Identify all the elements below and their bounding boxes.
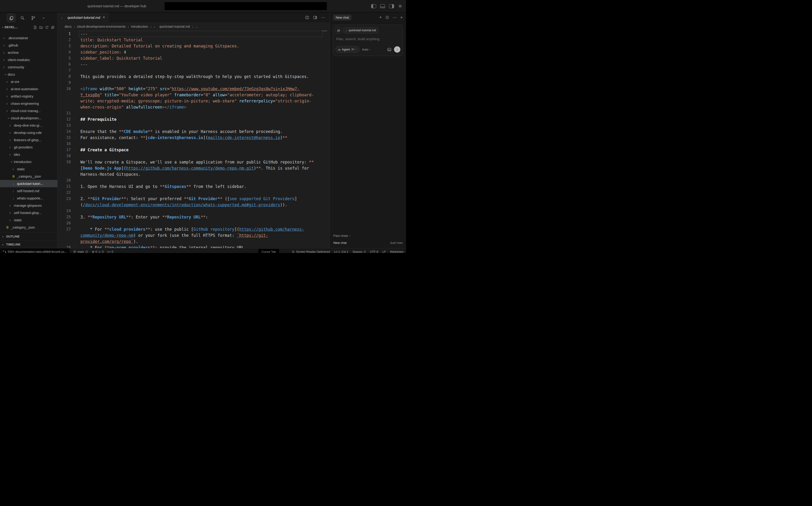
line-number[interactable]: 20 (58, 177, 71, 183)
tree-item-self-hosted-gitsp[interactable]: ›self-hosted-gitsp... (0, 209, 57, 216)
code-line-9[interactable]: 9 (58, 80, 329, 86)
problems-status[interactable]: ⊗ 0 ⚠ 0 (92, 250, 104, 253)
line-number[interactable]: 14 (58, 129, 71, 135)
code-line-4[interactable]: 4sidebar_position: 4 (58, 49, 329, 55)
line-number[interactable]: 8 (58, 74, 71, 80)
chat-input-box[interactable]: @ ↓ quickstart-tutorial.md Plan, search,… (333, 25, 403, 56)
breadcrumb-item-introduction[interactable]: introduction (131, 25, 148, 28)
code-line-21[interactable]: 211. Open the Harness UI and go to **Git… (58, 183, 329, 189)
toggle-panel-icon[interactable] (380, 4, 385, 8)
line-number[interactable]: 24 (58, 208, 71, 214)
settings-gear-icon[interactable] (398, 4, 402, 8)
code-line-20[interactable]: 20 (58, 177, 329, 183)
code-line-15[interactable]: 15For assistance, contact: **[cde-intere… (58, 135, 329, 141)
tree-item-archive[interactable]: ›archive (0, 49, 57, 56)
line-number[interactable]: 5 (58, 55, 71, 61)
line-number[interactable]: 2 (58, 37, 71, 43)
tree-item-github[interactable]: ›.github (0, 41, 57, 49)
model-selector[interactable]: Auto › (362, 48, 370, 51)
line-number[interactable]: 26 (58, 220, 71, 226)
code-line-22[interactable]: 22 (58, 189, 329, 196)
tree-item-community[interactable]: ›community (0, 64, 57, 71)
tree-item-whats-supporte[interactable]: ↓whats-supporte... (0, 194, 57, 202)
code-line-26[interactable]: 26 (58, 220, 329, 226)
line-number[interactable]: 13 (58, 122, 71, 129)
code-line-1[interactable]: 1--- (58, 31, 329, 37)
toggle-primary-sidebar-icon[interactable] (371, 4, 376, 8)
tree-item-manage-gitspaces[interactable]: ›manage-gitspaces (0, 202, 57, 209)
tree-item-deep-dive-into-gi[interactable]: ›deep-dive-into-gi... (0, 122, 57, 129)
code-line-17[interactable]: 17## Create a Gitspace (58, 147, 329, 153)
search-icon[interactable] (18, 14, 26, 22)
attach-image-icon[interactable] (387, 48, 391, 52)
code-line-11[interactable]: 11 (58, 110, 329, 116)
explorer-icon[interactable] (7, 14, 15, 22)
tree-item-quickstart-tutori[interactable]: ↓quickstart-tutori... (0, 180, 57, 187)
layout-icon[interactable] (313, 15, 317, 19)
past-chats-toggle[interactable]: Past chats › (334, 234, 402, 238)
eol-status[interactable]: LF (382, 250, 386, 253)
outline-section[interactable]: › OUTLINE (0, 232, 57, 240)
chat-close-icon[interactable]: × (400, 15, 403, 19)
line-number[interactable]: 17 (58, 147, 71, 153)
refresh-icon[interactable] (45, 26, 49, 29)
more-views-chevron-icon[interactable]: › (40, 14, 48, 22)
line-number[interactable]: 9 (58, 80, 71, 86)
cursor-tab-status[interactable]: Cursor Tab (259, 249, 279, 253)
code-line-2[interactable]: 2title: Quickstart Tutorial (58, 37, 329, 43)
code-line-10[interactable]: 10<iframe width="500" height="275" src="… (58, 86, 329, 110)
source-control-icon[interactable] (29, 14, 37, 22)
tree-item-static[interactable]: ›static (0, 165, 57, 173)
tree-item-introduction[interactable]: ›introduction (0, 158, 57, 165)
tab-close-icon[interactable]: × (103, 15, 105, 19)
send-button[interactable]: ↑ (394, 46, 400, 53)
screen-reader-status[interactable]: Screen Reader Optimized (292, 250, 330, 253)
code-line-5[interactable]: 5sidebar_label: Quickstart Tutorial (58, 55, 329, 61)
tree-item-artifact-registry[interactable]: ›artifact-registry (0, 93, 57, 100)
past-chat-item[interactable]: New chat Just now (334, 241, 402, 245)
breadcrumb-item-quickstart-tutorial-md[interactable]: ↓quickstart-tutorial.md (153, 25, 190, 28)
code-line-28[interactable]: 28 * For **on-prem providers**: provide … (58, 245, 329, 248)
code-line-3[interactable]: 3description: Detailed Tutorial on creat… (58, 43, 329, 49)
context-file-chip[interactable]: ↓ quickstart-tutorial.md (343, 27, 378, 33)
encoding-status[interactable]: UTF-8 (370, 250, 378, 253)
breadcrumb-item-[interactable]: ... (195, 25, 198, 28)
tree-item-features-of-gitsp[interactable]: ›features-of-gitsp... (0, 136, 57, 144)
code-line-7[interactable]: 7 (58, 67, 329, 74)
remote-indicator[interactable]: SSH: documentation-repo-e5ifp9-8rzze4.us… (0, 248, 70, 253)
line-number[interactable]: 18 (58, 153, 71, 159)
tree-item-self-hosted-md[interactable]: ↓self-hosted.md (0, 187, 57, 194)
code-line-6[interactable]: 6--- (58, 61, 329, 67)
new-folder-icon[interactable] (39, 26, 43, 29)
code-line-14[interactable]: 14Ensure that the **CDE module** is enab… (58, 129, 329, 135)
tree-item-cloud-developmen[interactable]: ›cloud-developmen... (0, 114, 57, 122)
new-chat-icon[interactable]: + (379, 15, 382, 19)
code-line-12[interactable]: 12## Prerequisite (58, 116, 329, 122)
code-line-27[interactable]: 27 * For **cloud providers**: use the pu… (58, 226, 329, 245)
tree-item-git-providers[interactable]: ›git-providers (0, 144, 57, 151)
git-branch-status[interactable]: main (73, 250, 88, 253)
timeline-section[interactable]: › TIMELINE (0, 240, 57, 248)
line-number[interactable]: 15 (58, 135, 71, 141)
editor-lines[interactable]: 1---2title: Quickstart Tutorial3descript… (58, 31, 329, 248)
add-context-button[interactable]: @ (336, 27, 342, 33)
line-number[interactable]: 21 (58, 183, 71, 189)
code-line-13[interactable]: 13 (58, 122, 329, 129)
split-editor-icon[interactable] (305, 15, 309, 19)
line-number[interactable]: 23 (58, 196, 71, 208)
line-number[interactable]: 28 (58, 245, 71, 248)
tree-item-chaos-engineering[interactable]: ›chaos-engineering (0, 100, 57, 107)
line-number[interactable]: 3 (58, 43, 71, 49)
tree-item-ides[interactable]: ›ides (0, 151, 57, 158)
code-line-18[interactable]: 18 (58, 153, 329, 159)
ports-status[interactable]: 0 (107, 250, 113, 253)
tree-item-category-json[interactable]: {}_category_.json (0, 173, 57, 180)
code-line-8[interactable]: 8This guide provides a detailed step-by-… (58, 74, 329, 80)
line-number[interactable]: 22 (58, 189, 71, 196)
breadcrumb-item-cloud-development-environments[interactable]: cloud-development-environments (77, 25, 126, 28)
line-number[interactable]: 11 (58, 110, 71, 116)
line-number[interactable]: 12 (58, 116, 71, 122)
tree-item-ai-test-automation[interactable]: ›ai-test-automation (0, 85, 57, 93)
indentation-status[interactable]: Spaces: 3 (353, 250, 366, 253)
collapse-all-icon[interactable] (51, 26, 55, 29)
